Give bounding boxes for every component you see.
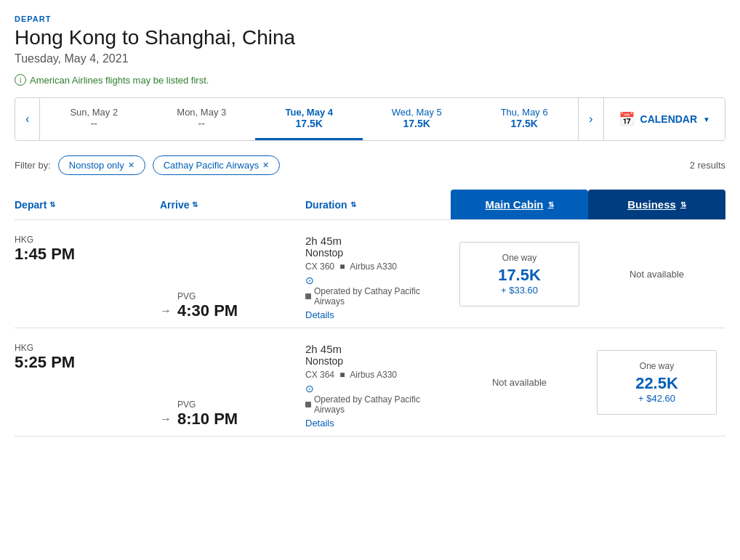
wifi-icon-1: ⊙ [305, 383, 451, 394]
filter-cathay[interactable]: Cathay Pacific Airways ✕ [153, 155, 281, 175]
column-headers: Depart ⇅ Arrive ⇅ Duration ⇅ Main Cabin … [15, 190, 725, 220]
duration-cell-1: 2h 45m Nonstop CX 364 ■ Airbus A330 ⊙ Op… [305, 328, 451, 436]
depart-code-1: HKG [15, 343, 160, 353]
flight-row-1: HKG 5:25 PM → PVG 8:10 PM 2h 45m Nonstop… [15, 328, 725, 437]
date-tab-price-1: -- [198, 118, 205, 129]
date-tab-1[interactable]: Mon, May 3-- [148, 98, 255, 140]
flight-meta-1: CX 364 ■ Airbus A330 [305, 370, 451, 380]
date-tabs: Sun, May 2--Mon, May 3--Tue, May 417.5KW… [40, 98, 578, 140]
route-title: Hong Kong to Shanghai, China [15, 26, 725, 49]
wifi-icon-0: ⊙ [305, 275, 451, 286]
main-cabin-col-header[interactable]: Main Cabin ⇅ [451, 190, 588, 219]
arrive-code-0: PVG [177, 291, 238, 301]
main-cabin-sort-icon: ⇅ [548, 200, 554, 208]
depart-label: DEPART [15, 15, 725, 23]
date-tab-label-4: Thu, May 6 [501, 107, 548, 118]
date-subtitle: Tuesday, May 4, 2021 [15, 52, 725, 65]
depart-time-0: 1:45 PM [15, 245, 160, 264]
main-cabin-cell-0: One way 17.5K + $33.60 [451, 220, 588, 328]
depart-code-0: HKG [15, 235, 160, 245]
date-tab-3[interactable]: Wed, May 517.5K [363, 98, 470, 140]
flight-row-0: HKG 1:45 PM → PVG 4:30 PM 2h 45m Nonstop… [15, 220, 725, 328]
date-tab-label-3: Wed, May 5 [392, 107, 442, 118]
date-tab-0[interactable]: Sun, May 2-- [40, 98, 148, 140]
date-tab-price-3: 17.5K [403, 118, 430, 129]
close-icon: ✕ [262, 161, 269, 170]
date-tab-label-2: Tue, May 4 [285, 107, 333, 118]
business-col-header[interactable]: Business ⇅ [588, 190, 725, 219]
main-cabin-one-way-label-0: One way [475, 253, 564, 263]
depart-time-1: 5:25 PM [15, 353, 160, 372]
duration-time-0: 2h 45m [305, 235, 451, 247]
main-cabin-extra-0: + $33.60 [475, 285, 564, 296]
depart-sort-icon: ⇅ [49, 200, 55, 208]
filter-bar: Filter by: Nonstop only ✕ Cathay Pacific… [15, 155, 725, 175]
close-icon: ✕ [128, 161, 134, 170]
main-cabin-fare-box-0[interactable]: One way 17.5K + $33.60 [459, 242, 579, 307]
arrive-time-0: 4:30 PM [177, 301, 238, 320]
arrive-code-1: PVG [177, 399, 238, 410]
duration-col-label: Duration [305, 199, 347, 211]
business-extra-1: + $42.60 [612, 393, 701, 404]
details-link-1[interactable]: Details [305, 418, 334, 429]
calendar-icon: 📅 [619, 111, 635, 127]
filter-nonstop[interactable]: Nonstop only ✕ [58, 155, 145, 175]
date-tab-label-1: Mon, May 3 [177, 107, 226, 118]
operated-by-0: Operated by Cathay Pacific Airways [305, 286, 451, 307]
prev-nav[interactable]: ‹ [15, 98, 40, 140]
business-col-label: Business [627, 198, 676, 211]
operated-by-1: Operated by Cathay Pacific Airways [305, 394, 451, 415]
duration-sort-icon: ⇅ [350, 200, 356, 208]
date-tab-price-0: -- [91, 118, 97, 129]
calendar-label: CALENDAR [640, 113, 698, 125]
business-na-0: Not available [588, 269, 725, 280]
filter-label: Filter by: [15, 160, 51, 171]
business-one-way-label-1: One way [612, 361, 701, 371]
main-cabin-na-1: Not available [451, 377, 588, 388]
next-nav[interactable]: › [578, 98, 603, 140]
flights-container: HKG 1:45 PM → PVG 4:30 PM 2h 45m Nonstop… [15, 220, 725, 437]
date-tab-label-0: Sun, May 2 [70, 107, 118, 118]
date-tab-price-4: 17.5K [511, 118, 538, 129]
business-fare-box-1[interactable]: One way 22.5K + $42.60 [597, 350, 717, 415]
date-tab-price-2: 17.5K [296, 118, 323, 129]
depart-col-header[interactable]: Depart ⇅ [15, 190, 160, 219]
results-count: 2 results [690, 160, 725, 171]
duration-col-header[interactable]: Duration ⇅ [305, 190, 451, 219]
arrive-time-1: 8:10 PM [177, 410, 238, 429]
calendar-button[interactable]: 📅 CALENDAR ▼ [603, 98, 725, 140]
arrive-cell-1: → PVG 8:10 PM [160, 328, 305, 436]
main-cabin-col-label: Main Cabin [485, 198, 543, 211]
notice-icon: i [15, 74, 26, 86]
flight-meta-0: CX 360 ■ Airbus A330 [305, 261, 451, 272]
business-cell-1: One way 22.5K + $42.60 [588, 328, 725, 436]
arrive-col-header[interactable]: Arrive ⇅ [160, 190, 305, 219]
stops-0: Nonstop [305, 247, 451, 259]
arrive-sort-icon: ⇅ [192, 200, 198, 208]
details-link-0[interactable]: Details [305, 309, 334, 320]
date-tab-4[interactable]: Thu, May 617.5K [470, 98, 578, 140]
filter-cathay-label: Cathay Pacific Airways [164, 160, 260, 171]
depart-col-label: Depart [15, 199, 47, 211]
date-tab-2[interactable]: Tue, May 417.5K [255, 98, 363, 140]
notice-text: American Airlines flights may be listed … [30, 75, 209, 86]
stops-1: Nonstop [305, 355, 451, 367]
main-cabin-cell-1: Not available [451, 328, 588, 436]
duration-cell-0: 2h 45m Nonstop CX 360 ■ Airbus A330 ⊙ Op… [305, 220, 451, 328]
main-cabin-price-0: 17.5K [475, 266, 564, 285]
business-cell-0: Not available [588, 220, 725, 328]
duration-time-1: 2h 45m [305, 343, 451, 355]
date-bar: ‹ Sun, May 2--Mon, May 3--Tue, May 417.5… [15, 97, 725, 141]
business-price-1: 22.5K [612, 374, 701, 393]
notice-bar: i American Airlines flights may be liste… [15, 74, 725, 86]
business-sort-icon: ⇅ [680, 200, 686, 208]
depart-cell-1: HKG 5:25 PM [15, 328, 160, 436]
arrow-icon-1: → [160, 413, 172, 429]
filter-nonstop-label: Nonstop only [69, 160, 124, 171]
calendar-chevron-icon: ▼ [703, 115, 710, 123]
arrive-col-label: Arrive [160, 199, 189, 211]
arrow-icon-0: → [160, 304, 172, 320]
arrive-cell-0: → PVG 4:30 PM [160, 220, 305, 328]
depart-cell-0: HKG 1:45 PM [15, 220, 160, 328]
